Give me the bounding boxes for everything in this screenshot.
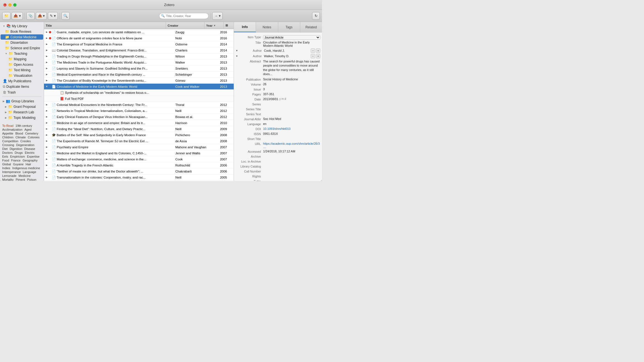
refresh-button[interactable]: ↻: [312, 12, 320, 20]
tag-piment[interactable]: Piment: [16, 178, 25, 181]
tag-drugs[interactable]: Drugs: [15, 151, 23, 154]
tag-disease[interactable]: Disease: [24, 147, 35, 150]
tag-lemonade[interactable]: Lemonade: [2, 174, 17, 177]
expand-arrow-10[interactable]: ▼: [45, 85, 49, 88]
expand-arrow-4[interactable]: ▶: [45, 49, 49, 51]
sidebar-item-my-library[interactable]: ▼ 📚 My Library: [1, 23, 43, 29]
tag-crossing[interactable]: Crossing: [2, 143, 14, 147]
expand-arrow-3[interactable]: ▶: [45, 43, 49, 45]
sidebar-item-science-empire[interactable]: 📁 Science and Empire: [1, 45, 43, 51]
col-header-actions[interactable]: ⊞: [224, 22, 234, 29]
tag-mortality[interactable]: Mortality: [2, 178, 14, 181]
tab-notes[interactable]: Notes: [256, 22, 278, 32]
table-row[interactable]: ▶ 📄 Psychiatry and Empire Mahone and Vau…: [44, 144, 234, 150]
minimize-button[interactable]: −: [8, 3, 12, 7]
expand-arrow-14[interactable]: ▶: [45, 109, 49, 112]
info-value-publication[interactable]: Social History of Medicine: [263, 78, 320, 81]
tag-diet[interactable]: Diet: [2, 147, 8, 150]
tab-info[interactable]: Info: [234, 22, 256, 32]
expand-arrow-6[interactable]: ▶: [45, 61, 49, 64]
sync-button[interactable]: → ▾: [212, 12, 223, 20]
tag-guyane[interactable]: Guyane: [13, 163, 24, 166]
info-value-issue[interactable]: 3: [263, 87, 320, 91]
expand-arrow-24[interactable]: ▶: [45, 170, 49, 172]
sidebar-group-libraries-header[interactable]: ▶ 👥 Group Libraries: [1, 98, 43, 104]
expand-arrow-22[interactable]: ▶: [45, 158, 49, 160]
expand-arrow-19[interactable]: ▶: [45, 140, 49, 142]
tag-geography[interactable]: Geography: [23, 159, 37, 162]
sidebar-item-open-access[interactable]: 📁 Open Access: [1, 62, 43, 67]
sidebar-item-grant-proposal[interactable]: ▶ 📁 Grant Proposal: [1, 104, 43, 109]
tag-indies[interactable]: Indies: [2, 166, 10, 170]
tag-france[interactable]: France: [11, 159, 20, 162]
table-row[interactable]: ▶ 📄 Medicine in an age of commerce and e…: [44, 120, 234, 126]
info-value-abstract[interactable]: The search for powerful drugs has caused…: [263, 59, 320, 76]
info-value-title[interactable]: Circulation of Medicine in the Early Mod…: [263, 41, 320, 47]
sidebar-item-text-mining[interactable]: 📁 Text Mining: [1, 67, 43, 73]
add-items-by-identifier-button[interactable]: 📥 ▾: [36, 12, 47, 20]
tag-digestion[interactable]: Digestion: [10, 147, 22, 150]
table-row[interactable]: ▶ 📄 Early Clinical Features of Dengue Vi…: [44, 114, 234, 120]
sidebar-item-colonial-medicine[interactable]: 📁 Colonial Medicine: [1, 34, 43, 40]
info-value-volume[interactable]: 26: [263, 83, 320, 86]
info-value-issn[interactable]: 0951-631X: [263, 132, 320, 135]
tag-hair[interactable]: Hair: [26, 163, 31, 166]
info-value-item-type[interactable]: Journal Article: [263, 35, 320, 40]
author2-plus-button[interactable]: +: [316, 54, 320, 58]
info-value-pages[interactable]: 337-351: [263, 92, 320, 96]
table-row[interactable]: ▶ 📄 Officiers de santé et soignantes cré…: [44, 35, 234, 41]
tag-children[interactable]: Children: [2, 136, 13, 139]
tab-related[interactable]: Related: [300, 22, 322, 32]
tag-language[interactable]: Language: [23, 170, 36, 174]
table-row[interactable]: ▶ 📄 Transnationalism in the colonies: Co…: [44, 174, 234, 180]
add-attachment-button[interactable]: 📎: [26, 12, 35, 20]
info-value-author1[interactable]: Cook, Harold J.: [264, 49, 311, 52]
expand-arrow-15[interactable]: ▶: [45, 116, 49, 118]
sidebar-item-my-publications[interactable]: 👤 My Publications: [1, 78, 43, 84]
tag-blood[interactable]: Blood: [15, 132, 23, 135]
expand-arrow-17[interactable]: ▶: [45, 128, 49, 130]
table-row[interactable]: ▶ 📄 "Neither of meate nor drinke, but wh…: [44, 168, 234, 174]
info-value-journal-abbr[interactable]: Soc Hist Med: [263, 117, 320, 120]
link-button[interactable]: ✎ ▾: [48, 12, 58, 20]
table-row[interactable]: ▶ 📄 Leprosy and Slavery in Suriname: God…: [44, 65, 234, 72]
search-button[interactable]: 🔍: [61, 12, 70, 20]
info-value-doi[interactable]: 10.1093/shm/hkt013: [263, 127, 320, 130]
table-row[interactable]: ▶ 📄 Networks in Tropical Medicine: Inter…: [44, 108, 234, 114]
tag-empiricism[interactable]: Empiricism: [10, 155, 25, 158]
table-row[interactable]: ▶ 📄 The Circulation of Bodily Knowledge …: [44, 78, 234, 84]
close-button[interactable]: ✕: [3, 3, 7, 7]
tag-acclimatization[interactable]: Acclimatization: [2, 128, 22, 131]
tag-appetite[interactable]: Appetite: [2, 132, 13, 135]
expand-arrow-13[interactable]: ▶: [45, 103, 49, 106]
sidebar-item-dissertation[interactable]: 📁 Dissertation: [1, 40, 43, 45]
expand-arrow-7[interactable]: ▶: [45, 67, 49, 70]
table-row[interactable]: ▶ 🎓 Battles of the Self: War and Subject…: [44, 132, 234, 138]
info-value-url[interactable]: https://academic.oup.com/shm/article/26/…: [263, 142, 320, 149]
author2-minus-button[interactable]: −: [311, 54, 315, 58]
sidebar-item-duplicate-items[interactable]: ⧉ Duplicate Items: [1, 84, 43, 89]
table-row[interactable]: ▶ 📄 Matters of exchange: commerce, medic…: [44, 156, 234, 162]
expand-arrow-2[interactable]: ▶: [45, 37, 49, 39]
expand-arrow-1[interactable]: ▶: [45, 31, 49, 33]
expand-arrow-16[interactable]: ▶: [45, 122, 49, 124]
tab-tags[interactable]: Tags: [278, 22, 300, 32]
search-input[interactable]: [159, 13, 209, 19]
expand-arrow-18[interactable]: ▶: [45, 134, 49, 136]
tag-colonies[interactable]: Colonies: [28, 136, 40, 139]
sidebar-item-book-reviews[interactable]: 📁 Book Reviews: [1, 29, 43, 34]
new-item-button[interactable]: 📥 ▾: [12, 12, 23, 20]
sidebar-item-topic-modeling[interactable]: ▶ 📁 Topic Modeling: [1, 115, 43, 120]
table-row[interactable]: ▼ 📄 Circulation of Medicine in the Early…: [44, 84, 234, 90]
author1-plus-button[interactable]: +: [316, 48, 320, 53]
tag-to-read[interactable]: To Read: [2, 124, 13, 127]
info-value-author2[interactable]: Walker, Timothy D.: [264, 54, 311, 58]
sidebar-item-teaching[interactable]: ▼ 📁 Teaching: [1, 51, 43, 56]
tag-food[interactable]: Food: [2, 159, 9, 162]
sidebar-item-mapping[interactable]: 📁 Mapping: [1, 56, 43, 62]
table-row[interactable]: ▶ 📖 Colonial Disease, Translation, and E…: [44, 47, 234, 53]
expand-arrow-5[interactable]: ▶: [45, 55, 49, 57]
sidebar-item-trash[interactable]: 🗑 Trash: [1, 90, 43, 95]
col-header-title[interactable]: Title: [44, 22, 166, 29]
expand-arrow-23[interactable]: ▶: [45, 164, 49, 166]
